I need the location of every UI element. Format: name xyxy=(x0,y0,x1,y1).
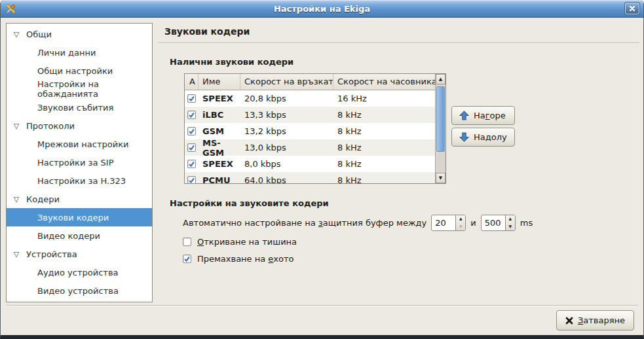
footer-separator xyxy=(6,305,638,306)
expander-icon[interactable]: ▽ xyxy=(12,250,21,259)
codec-bitrate: 64,0 kbps xyxy=(240,175,333,183)
sidebar-item-sip-settings[interactable]: Настройки за SIP xyxy=(7,153,152,171)
jitter-max-spinbutton[interactable]: 500 ▲ ▼ xyxy=(481,215,516,231)
codec-bitrate: 13,2 kbps xyxy=(240,126,333,136)
sidebar-item-protocols[interactable]: ▽ Протоколи xyxy=(7,116,152,135)
expander-icon[interactable]: ▽ xyxy=(12,122,21,130)
expander-icon[interactable]: ▽ xyxy=(12,195,21,204)
sidebar-item-label: Настройки за H.323 xyxy=(37,176,126,186)
codec-row[interactable]: SPEEX 20,8 kbps 16 kHz xyxy=(185,90,435,107)
sidebar-item-codecs[interactable]: ▽ Кодери xyxy=(7,190,152,208)
sidebar-item-video-codecs[interactable]: Видео кодери xyxy=(7,226,152,245)
codec-name: iLBC xyxy=(199,110,240,120)
spin-up-icon[interactable]: ▲ xyxy=(506,215,515,223)
check-icon xyxy=(188,144,195,151)
sidebar-item-general[interactable]: ▽ Общи xyxy=(7,25,152,43)
up-arrow-icon xyxy=(459,111,469,120)
jitter-min-value[interactable]: 20 xyxy=(432,215,455,230)
codec-clock: 8 kHz xyxy=(333,126,435,136)
check-icon xyxy=(188,111,195,118)
sidebar-item-call-options[interactable]: Настройки на обажданията xyxy=(7,80,152,98)
silence-detection-checkbox[interactable] xyxy=(183,238,191,246)
echo-cancellation-label: Премахване на ехото xyxy=(197,254,294,264)
codec-enabled-checkbox[interactable] xyxy=(187,176,196,183)
scrollbar-thumb[interactable] xyxy=(436,86,445,152)
sidebar-item-label: Настройки на обажданията xyxy=(37,79,152,99)
sidebar-item-video-devices[interactable]: Видео устройства xyxy=(7,281,152,300)
scrollbar-track xyxy=(436,152,445,173)
move-down-button[interactable]: Надолу xyxy=(451,128,515,147)
sidebar-item-label: Лични данни xyxy=(37,48,96,58)
check-icon xyxy=(188,177,195,183)
titlebar[interactable]: Настройки на Ekiga xyxy=(1,0,643,18)
jitter-min-spinbutton[interactable]: 20 ▲ ▼ xyxy=(431,215,466,231)
expander-icon[interactable]: ▽ xyxy=(12,30,21,39)
sidebar-item-general-settings[interactable]: Общи настройки xyxy=(7,62,152,80)
window-title: Настройки на Ekiga xyxy=(1,4,643,14)
jitter-max-value[interactable]: 500 xyxy=(482,215,505,230)
close-dialog-label: Затваряне xyxy=(578,315,625,325)
move-up-button[interactable]: Нагоре xyxy=(451,106,515,125)
codec-row[interactable]: GSM 13,2 kbps 8 kHz xyxy=(185,123,435,139)
jitter-buffer-label: Автоматично настройване на защитния буфе… xyxy=(183,218,426,228)
sidebar-item-audio-devices[interactable]: Аудио устройства xyxy=(7,263,152,281)
sidebar-item-label: Аудио устройства xyxy=(37,268,119,277)
check-icon xyxy=(188,128,195,135)
sidebar-item-label: Общи настройки xyxy=(37,66,113,76)
codec-clock: 8 kHz xyxy=(333,143,435,152)
jitter-unit-label: ms xyxy=(520,218,533,228)
sidebar-item-label: Протоколи xyxy=(26,121,75,131)
column-header-bitrate[interactable]: Скорост на връзката xyxy=(240,74,333,90)
codec-clock: 8 kHz xyxy=(333,175,435,183)
check-icon xyxy=(188,95,195,102)
sidebar-item-personal-data[interactable]: Лични данни xyxy=(7,43,152,62)
sidebar-item-h323-settings[interactable]: Настройки за H.323 xyxy=(7,171,152,190)
move-up-label: Нагоре xyxy=(474,111,506,120)
close-x-icon xyxy=(565,317,573,325)
sidebar-item-label: Звукови събития xyxy=(37,103,113,113)
codec-clock: 8 kHz xyxy=(333,110,435,120)
echo-cancellation-checkbox[interactable] xyxy=(183,255,191,263)
jitter-conjunction-label: и xyxy=(470,218,476,228)
spin-down-icon[interactable]: ▼ xyxy=(456,223,465,230)
codec-enabled-checkbox[interactable] xyxy=(187,94,196,103)
codec-enabled-checkbox[interactable] xyxy=(187,111,196,119)
close-icon xyxy=(629,5,635,12)
scroll-up-icon[interactable]: ▲ xyxy=(436,74,445,84)
sidebar-item-sound-events[interactable]: Звукови събития xyxy=(7,98,152,116)
window-close-button[interactable] xyxy=(625,3,639,14)
codec-table: A Име Скорост на връзката Скорост на час… xyxy=(184,73,446,184)
codec-row[interactable]: iLBC 13,3 kbps 8 kHz xyxy=(185,107,435,123)
codec-bitrate: 8,0 kbps xyxy=(240,159,333,169)
sidebar-item-label: Устройства xyxy=(26,249,77,259)
dialog-content: ▽ Общи Лични данни Общи настройки Настро… xyxy=(1,18,643,335)
codec-enabled-checkbox[interactable] xyxy=(187,127,196,135)
scroll-down-icon[interactable]: ▼ xyxy=(436,173,445,183)
sidebar-item-label: Настройки за SIP xyxy=(37,158,114,168)
section-title-codec-settings: Настройки на звуковите кодери xyxy=(170,198,329,208)
check-icon xyxy=(188,160,195,168)
sidebar-item-network-settings[interactable]: Мрежови настройки xyxy=(7,135,152,153)
codec-enabled-checkbox[interactable] xyxy=(187,160,196,168)
column-header-active[interactable]: A xyxy=(185,74,199,90)
main-panel: Звукови кодери Налични звукови кодери A … xyxy=(158,23,639,302)
codec-row[interactable]: PCMU 64,0 kbps 8 kHz xyxy=(185,172,435,183)
column-header-name[interactable]: Име xyxy=(199,74,240,90)
sidebar-item-label: Общи xyxy=(26,29,52,39)
codec-row[interactable]: MS-GSM 13,0 kbps 8 kHz xyxy=(185,139,435,156)
codec-row[interactable]: SPEEX 8,0 kbps 8 kHz xyxy=(185,156,435,172)
table-scrollbar[interactable]: ▲ ▼ xyxy=(435,74,445,183)
sidebar-item-audio-codecs[interactable]: Звукови кодери xyxy=(7,208,152,226)
down-arrow-icon xyxy=(459,132,469,142)
spin-down-icon[interactable]: ▼ xyxy=(506,223,515,230)
column-header-clock[interactable]: Скорост на часовника xyxy=(333,74,435,90)
sidebar-item-label: Мрежови настройки xyxy=(37,139,129,149)
section-title-available-codecs: Налични звукови кодери xyxy=(170,57,294,67)
codec-enabled-checkbox[interactable] xyxy=(187,143,196,152)
codec-clock: 8 kHz xyxy=(333,159,435,169)
close-dialog-button[interactable]: Затваряне xyxy=(556,310,634,330)
codec-name: SPEEX xyxy=(199,94,240,103)
sidebar-item-devices[interactable]: ▽ Устройства xyxy=(7,245,152,263)
spin-up-icon[interactable]: ▲ xyxy=(456,215,465,223)
move-down-label: Надолу xyxy=(474,132,507,142)
